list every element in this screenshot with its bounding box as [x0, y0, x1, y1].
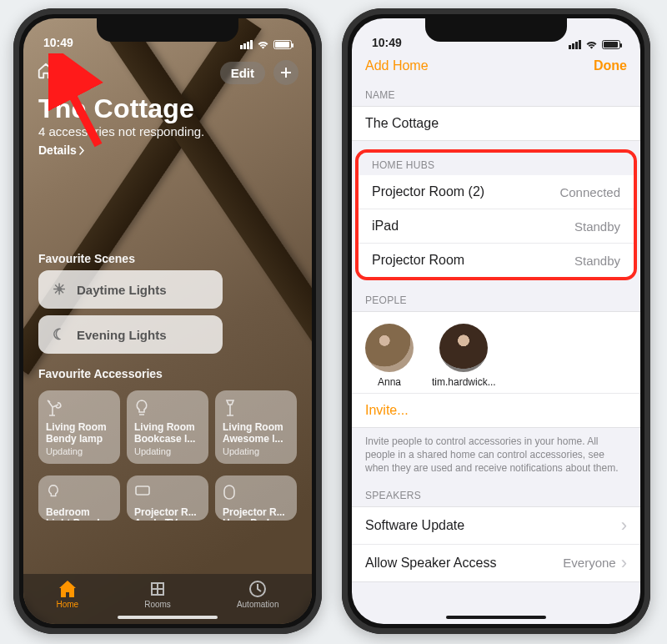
tab-label: Home: [57, 600, 79, 609]
person-name: tim.hardwick...: [432, 376, 496, 388]
chevron-right-icon: [79, 146, 85, 155]
home-hubs-highlight: HOME HUBS Projector Room (2) Connected i…: [355, 149, 637, 280]
automation-tab-icon: [248, 580, 268, 598]
hub-name: Projector Room (2): [372, 184, 484, 199]
notch: [425, 18, 567, 42]
evening-icon: ☾: [50, 325, 68, 344]
speaker-access-row[interactable]: Allow Speaker Access Everyone ›: [352, 544, 640, 581]
home-tab-icon: [58, 580, 78, 598]
accessory-row: Bedroom Light Panels Projector R... Appl…: [23, 470, 312, 521]
accessory-tile[interactable]: Living Room Awesome l... Updating: [215, 390, 297, 464]
home-indicator[interactable]: [118, 616, 218, 619]
speaker-access-value: Everyone: [563, 556, 615, 570]
favourite-scenes-header: Favourite Scenes: [23, 252, 312, 270]
details-label: Details: [38, 143, 77, 157]
people-footnote: Invite people to control accessories in …: [352, 428, 640, 486]
speakers-header: SPEAKERS: [352, 486, 640, 506]
add-button[interactable]: [273, 60, 298, 85]
phone-right: 10:49 Add Home Done NAME The Cottage HOM…: [342, 8, 650, 634]
chevron-right-icon: ›: [621, 516, 627, 535]
tab-rooms[interactable]: Rooms: [144, 580, 171, 609]
accessory-title: Living Room Awesome l...: [223, 422, 289, 445]
accessory-status: Updating: [46, 446, 113, 456]
floorlamp-icon: [223, 399, 289, 419]
accessory-title: Living Room Bookcase l...: [134, 422, 201, 445]
person-name: Anna: [378, 376, 401, 388]
accessory-tile[interactable]: Projector R... HomePod: [215, 475, 297, 521]
accessory-row: Living Room Bendy lamp Updating Living R…: [23, 385, 312, 464]
lamp-icon: [46, 399, 113, 419]
svg-rect-1: [224, 486, 234, 499]
hub-row[interactable]: iPad Standby: [359, 209, 634, 243]
accessory-title: Projector R... HomePod: [223, 507, 289, 521]
software-update-row[interactable]: Software Update ›: [352, 507, 640, 544]
invite-button[interactable]: Invite...: [352, 393, 640, 428]
scene-tile[interactable]: ☾ Evening Lights: [38, 315, 223, 354]
software-update-label: Software Update: [365, 518, 464, 533]
plus-icon: [279, 66, 293, 79]
accessory-title: Living Room Bendy lamp: [46, 422, 113, 445]
home-settings-screen: 10:49 Add Home Done NAME The Cottage HOM…: [352, 18, 640, 624]
accessory-tile[interactable]: Living Room Bookcase l... Updating: [127, 390, 208, 464]
accessory-tile[interactable]: Bedroom Light Panels: [38, 475, 120, 521]
home-name-field[interactable]: The Cottage: [352, 107, 640, 140]
status-subtitle: 4 accessories not responding.: [23, 124, 312, 138]
hub-status: Standby: [574, 219, 620, 234]
home-app-screen: 10:49 Edit The Cottage 4 acce: [23, 18, 312, 624]
scene-label: Daytime Lights: [77, 283, 167, 297]
avatar: [365, 324, 414, 372]
appletv-icon: [134, 484, 201, 504]
title-bar: Edit: [23, 55, 312, 90]
homepod-icon: [223, 484, 289, 504]
daytime-icon: ☀︎: [50, 280, 68, 299]
rooms-tab-icon: [148, 580, 168, 598]
accessory-title: Projector R... Apple TV: [134, 507, 201, 521]
person[interactable]: Anna: [365, 324, 414, 388]
speaker-access-label: Allow Speaker Access: [365, 556, 496, 571]
scene-label: Evening Lights: [77, 328, 167, 342]
tab-automation[interactable]: Automation: [237, 580, 279, 609]
accessory-tile[interactable]: Living Room Bendy lamp Updating: [38, 390, 120, 464]
hub-status: Standby: [574, 254, 620, 268]
hub-row[interactable]: Projector Room Standby: [359, 243, 634, 277]
edit-button[interactable]: Edit: [220, 62, 265, 84]
page-title: The Cottage: [23, 90, 312, 124]
home-name-value: The Cottage: [365, 116, 439, 131]
accessory-tile[interactable]: Projector R... Apple TV: [127, 475, 208, 521]
svg-rect-0: [136, 486, 149, 495]
hub-name: iPad: [372, 219, 399, 234]
accessory-status: Updating: [223, 446, 289, 456]
tab-home[interactable]: Home: [57, 580, 79, 609]
people-header: PEOPLE: [352, 290, 640, 311]
phone-left: 10:49 Edit The Cottage 4 acce: [13, 8, 322, 634]
people-row: Anna tim.hardwick...: [352, 311, 640, 393]
bulb-icon: [46, 484, 113, 504]
add-home-button[interactable]: Add Home: [365, 58, 429, 73]
avatar: [439, 324, 488, 372]
person[interactable]: tim.hardwick...: [432, 324, 496, 388]
name-section-header: NAME: [352, 85, 640, 106]
details-link[interactable]: Details: [23, 138, 312, 157]
done-button[interactable]: Done: [594, 58, 627, 73]
scene-tile[interactable]: ☀︎ Daytime Lights: [38, 270, 223, 309]
invite-label: Invite...: [365, 403, 409, 417]
accessory-title: Bedroom Light Panels: [46, 507, 113, 521]
home-icon[interactable]: [37, 62, 55, 83]
notch: [97, 18, 238, 42]
hub-status: Connected: [559, 185, 620, 199]
chevron-right-icon: ›: [621, 554, 627, 572]
accessory-status: Updating: [134, 446, 201, 456]
favourite-accessories-header: Favourite Accessories: [23, 367, 312, 385]
hub-row[interactable]: Projector Room (2) Connected: [359, 175, 634, 209]
tab-label: Rooms: [144, 600, 171, 609]
tab-label: Automation: [237, 600, 279, 609]
nav-bar: Add Home Done: [352, 52, 640, 85]
home-hubs-header: HOME HUBS: [359, 153, 634, 175]
bulb-icon: [134, 399, 201, 419]
home-indicator[interactable]: [446, 616, 546, 619]
hub-name: Projector Room: [372, 253, 464, 268]
